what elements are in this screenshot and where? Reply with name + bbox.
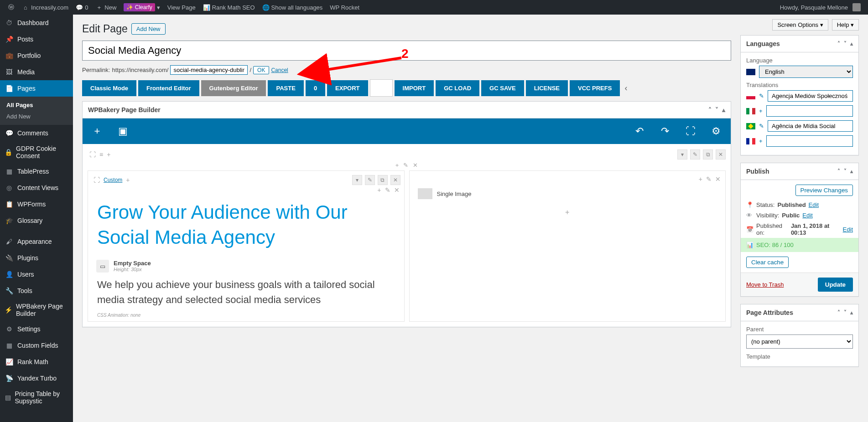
lang-toggle-icon[interactable]: ▴ — [850, 41, 853, 47]
el-add-icon[interactable]: + — [377, 186, 381, 194]
trash-link[interactable]: Move to Trash — [746, 281, 784, 288]
col-delete-icon[interactable]: ✕ — [413, 162, 418, 169]
inner-edit-icon[interactable]: ✎ — [365, 175, 375, 185]
comments-link[interactable]: 💬0 — [72, 0, 92, 15]
lang-up-icon[interactable]: ˄ — [837, 41, 840, 47]
sidebar-glossary[interactable]: 🎓Glossary — [0, 212, 73, 229]
wp-rocket-menu[interactable]: WP Rocket — [326, 0, 363, 15]
edit-status-link[interactable]: Edit — [809, 201, 819, 208]
new-content[interactable]: +New — [92, 0, 120, 15]
sidebar-pages[interactable]: 📄Pages — [0, 80, 73, 97]
frontend-editor-button[interactable]: Frontend Editor — [138, 80, 199, 96]
translation-br-input[interactable] — [768, 120, 853, 132]
attr-down-icon[interactable]: ˅ — [844, 309, 847, 316]
row-clone-icon[interactable]: ⧉ — [703, 149, 713, 160]
sidebar-content-views[interactable]: ◎Content Views — [0, 180, 73, 196]
row-delete-icon[interactable]: ✕ — [716, 149, 726, 160]
inner-add-icon[interactable]: + — [126, 176, 130, 184]
sidebar-all-pages[interactable]: All Pages — [0, 99, 73, 111]
sidebar-pricing-table[interactable]: ▤Pricing Table by Supsystic — [0, 386, 73, 408]
user-account[interactable]: Howdy, Pasquale Mellone — [776, 0, 864, 15]
bar-input[interactable] — [370, 79, 393, 97]
sidebar-tools[interactable]: 🔧Tools — [0, 283, 73, 299]
pub-toggle-icon[interactable]: ▴ — [850, 168, 853, 175]
screen-options-button[interactable]: Screen Options ▾ — [772, 19, 828, 31]
undo-icon[interactable]: ↶ — [631, 123, 648, 139]
zero-button[interactable]: 0 — [306, 80, 325, 96]
ok-button[interactable]: OK — [253, 66, 269, 74]
classic-mode-button[interactable]: Classic Mode — [82, 80, 136, 96]
el-edit-icon[interactable]: ✎ — [385, 186, 390, 194]
col2-edit-icon[interactable]: ✎ — [706, 175, 712, 183]
sidebar-tablepress[interactable]: ▦TablePress — [0, 163, 73, 180]
sidebar-plugins[interactable]: 🔌Plugins — [0, 250, 73, 266]
sidebar-appearance[interactable]: 🖌Appearance — [0, 233, 73, 250]
gutenberg-editor-button[interactable]: Gutenberg Editor — [201, 80, 266, 96]
add-fr-icon[interactable]: + — [759, 138, 763, 144]
paste-button[interactable]: PASTE — [268, 80, 303, 96]
add-to-column-icon[interactable]: + — [413, 204, 722, 221]
add-it-icon[interactable]: + — [759, 108, 763, 114]
edit-visibility-link[interactable]: Edit — [802, 212, 812, 219]
row-toggle-icon[interactable]: ▾ — [677, 149, 687, 160]
gc-save-button[interactable]: GC SAVE — [481, 80, 524, 96]
row-edit-icon[interactable]: ✎ — [690, 149, 700, 160]
sidebar-custom-fields[interactable]: ▦Custom Fields — [0, 337, 73, 354]
languages-menu[interactable]: 🌐Show all languages — [259, 0, 327, 15]
sidebar-rank-math[interactable]: 📈Rank Math — [0, 354, 73, 370]
empty-space-element[interactable]: ▭ Empty Space Height: 30px — [92, 255, 400, 277]
el-delete-icon[interactable]: ✕ — [394, 186, 400, 194]
inner-clone-icon[interactable]: ⧉ — [378, 175, 388, 185]
clearfy-menu[interactable]: ✨ Clearfy ▾ — [120, 0, 163, 15]
inner-toggle-icon[interactable]: ▾ — [352, 175, 362, 185]
pub-down-icon[interactable]: ˅ — [844, 168, 847, 175]
col2-delete-icon[interactable]: ✕ — [715, 175, 721, 183]
update-button[interactable]: Update — [818, 278, 853, 292]
sidebar-yandex[interactable]: 📡Yandex Turbo — [0, 370, 73, 386]
preview-button[interactable]: Preview Changes — [795, 185, 853, 196]
col2-add-icon[interactable]: + — [699, 175, 702, 183]
language-select[interactable]: English — [759, 66, 853, 78]
translation-it-input[interactable] — [766, 105, 853, 117]
settings-icon[interactable]: ⚙ — [708, 123, 724, 139]
inner-delete-icon[interactable]: ✕ — [390, 175, 400, 185]
sidebar-wpbakery[interactable]: ⚡WPBakery Page Builder — [0, 299, 73, 321]
single-image-element[interactable]: Single Image — [413, 184, 722, 204]
add-icon[interactable]: + — [107, 151, 110, 158]
help-button[interactable]: Help ▾ — [832, 19, 859, 31]
rank-math-menu[interactable]: 📊Rank Math SEO — [199, 0, 259, 15]
add-element-icon[interactable]: + — [89, 123, 105, 139]
view-page[interactable]: View Page — [164, 0, 199, 15]
parent-select[interactable]: (no parent) — [746, 335, 853, 349]
vcc-prefs-button[interactable]: VCC PREFS — [570, 80, 620, 96]
redo-icon[interactable]: ↷ — [657, 123, 673, 139]
sidebar-add-new-page[interactable]: Add New — [0, 111, 73, 122]
export-button[interactable]: EXPORT — [327, 80, 368, 96]
scroll-left-icon[interactable]: ‹ — [622, 83, 630, 93]
wp-logo[interactable]: ⓦ — [4, 0, 18, 15]
attr-toggle-icon[interactable]: ▴ — [850, 309, 853, 316]
sidebar-users[interactable]: 👤Users — [0, 266, 73, 283]
custom-link[interactable]: Custom — [104, 177, 122, 183]
license-button[interactable]: LICENSE — [526, 80, 568, 96]
sidebar-wpforms[interactable]: 📋WPForms — [0, 196, 73, 212]
templates-icon[interactable]: ▣ — [114, 123, 131, 139]
edit-pl-icon[interactable]: ✎ — [759, 93, 764, 99]
import-button[interactable]: IMPORT — [395, 80, 434, 96]
pub-up-icon[interactable]: ˄ — [837, 168, 840, 175]
fullscreen-icon[interactable]: ⛶ — [682, 123, 699, 139]
text-block-element[interactable]: We help you achieve your business goals … — [92, 277, 400, 313]
heading-element[interactable]: Grow Your Audience with Our Social Media… — [92, 195, 400, 255]
sidebar-media[interactable]: 🖼Media — [0, 64, 73, 80]
slug-input[interactable] — [170, 65, 248, 75]
edit-br-icon[interactable]: ✎ — [759, 123, 764, 129]
sidebar-dashboard[interactable]: ⏱Dashboard — [0, 15, 73, 31]
inner-drag-icon[interactable]: ⛶ — [94, 176, 100, 184]
sidebar-settings[interactable]: ⚙Settings — [0, 321, 73, 337]
add-new-button[interactable]: Add New — [131, 23, 166, 35]
clear-cache-button[interactable]: Clear cache — [746, 257, 789, 268]
attr-up-icon[interactable]: ˄ — [837, 309, 840, 316]
col-add-icon[interactable]: + — [395, 162, 399, 169]
sidebar-gdpr[interactable]: 🔒GDPR Cookie Consent — [0, 141, 73, 163]
translation-pl-input[interactable] — [768, 90, 853, 102]
